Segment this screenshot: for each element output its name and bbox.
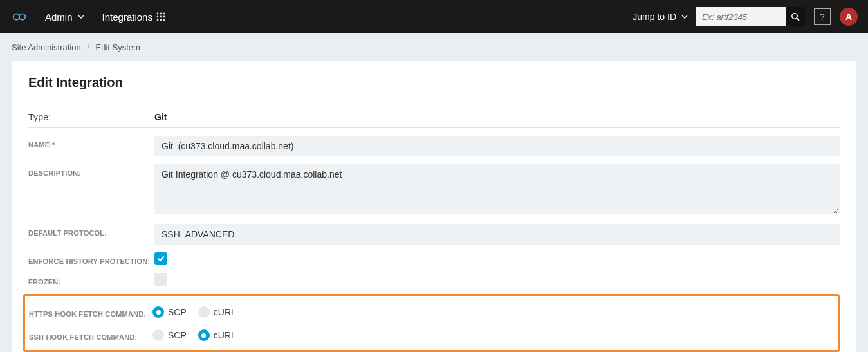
- svg-point-1: [160, 13, 162, 15]
- radio-circle-icon: [198, 306, 210, 318]
- checkbox-frozen[interactable]: [154, 273, 167, 286]
- help-icon: ?: [820, 12, 825, 22]
- row-type: Type: Git: [28, 108, 840, 128]
- svg-point-7: [160, 19, 162, 21]
- hook-commands-highlight: HTTPS HOOK FETCH COMMAND: SCP cURL SSH H…: [23, 294, 840, 352]
- label-https-hook: HTTPS HOOK FETCH COMMAND:: [29, 305, 152, 318]
- topbar: Admin Integrations Jump to ID: [0, 0, 868, 33]
- label-frozen: FROZEN:: [28, 273, 154, 286]
- row-ssh-hook: SSH HOOK FETCH COMMAND: SCP cURL: [29, 323, 834, 346]
- radio-group-https-hook: SCP cURL: [152, 305, 834, 318]
- breadcrumb: Site Administration / Edit System: [0, 33, 868, 61]
- search-icon: [791, 12, 800, 21]
- svg-point-8: [163, 19, 165, 21]
- row-https-hook: HTTPS HOOK FETCH COMMAND: SCP cURL: [29, 300, 834, 323]
- topbar-left: Admin Integrations: [10, 10, 165, 23]
- search-input[interactable]: [696, 7, 786, 26]
- avatar-initial: A: [845, 12, 852, 22]
- nav-admin-label: Admin: [45, 12, 73, 23]
- nav-admin[interactable]: Admin: [45, 12, 84, 23]
- svg-point-6: [157, 19, 159, 21]
- svg-line-10: [797, 18, 799, 21]
- search-button[interactable]: [786, 7, 805, 26]
- jump-to-id-dropdown[interactable]: Jump to ID: [625, 12, 696, 22]
- nav-integrations[interactable]: Integrations: [102, 12, 165, 23]
- label-ssh-hook: SSH HOOK FETCH COMMAND:: [29, 328, 152, 341]
- input-default-protocol[interactable]: [154, 224, 840, 245]
- row-default-protocol: DEFAULT PROTOCOL:: [28, 220, 840, 248]
- checkbox-enforce-history[interactable]: [154, 252, 167, 265]
- jump-label-text: Jump to ID: [633, 12, 676, 22]
- topbar-right: Jump to ID ? A: [625, 7, 858, 26]
- jump-to-id-group: Jump to ID: [625, 7, 805, 26]
- radio-circle-icon: [152, 329, 164, 341]
- chevron-down-icon: [681, 14, 688, 20]
- check-icon: [156, 254, 165, 263]
- radio-label-https-curl: cURL: [214, 307, 236, 317]
- svg-point-4: [160, 16, 162, 18]
- row-name: NAME:*: [28, 132, 840, 160]
- apps-grid-icon: [156, 12, 165, 21]
- breadcrumb-site-admin[interactable]: Site Administration: [12, 42, 81, 52]
- label-type: Type:: [28, 112, 154, 122]
- avatar[interactable]: A: [840, 8, 858, 26]
- radio-https-scp[interactable]: SCP: [152, 306, 187, 318]
- radio-label-ssh-curl: cURL: [214, 330, 236, 340]
- label-description: DESCRIPTION:: [28, 164, 154, 177]
- breadcrumb-separator: /: [87, 42, 89, 52]
- label-name: NAME:*: [28, 136, 154, 149]
- radio-label-https-scp: SCP: [168, 307, 187, 317]
- row-enforce-history: ENFORCE HISTORY PROTECTION:: [28, 248, 840, 269]
- svg-point-9: [792, 14, 797, 19]
- svg-point-5: [163, 16, 165, 18]
- radio-circle-icon: [198, 329, 210, 341]
- radio-ssh-curl[interactable]: cURL: [198, 329, 236, 341]
- radio-label-ssh-scp: SCP: [168, 330, 187, 340]
- chevron-down-icon: [78, 14, 84, 20]
- radio-group-ssh-hook: SCP cURL: [152, 328, 834, 341]
- edit-integration-card: Edit Integration Type: Git NAME:* DESCRI…: [12, 61, 856, 352]
- row-description: DESCRIPTION:: [28, 160, 840, 220]
- label-enforce-history: ENFORCE HISTORY PROTECTION:: [28, 252, 154, 265]
- row-frozen: FROZEN:: [28, 269, 840, 292]
- value-type: Git: [154, 112, 167, 122]
- help-button[interactable]: ?: [814, 8, 831, 25]
- textarea-description[interactable]: [154, 164, 840, 214]
- svg-point-0: [157, 13, 159, 15]
- page-title: Edit Integration: [28, 75, 840, 90]
- input-name[interactable]: [154, 136, 840, 156]
- radio-https-curl[interactable]: cURL: [198, 306, 236, 318]
- breadcrumb-edit-system: Edit System: [96, 42, 140, 52]
- svg-point-3: [157, 16, 159, 18]
- radio-ssh-scp[interactable]: SCP: [152, 329, 187, 341]
- nav-integrations-label: Integrations: [102, 12, 152, 23]
- logo-icon[interactable]: [10, 10, 27, 23]
- radio-circle-icon: [152, 306, 164, 318]
- label-default-protocol: DEFAULT PROTOCOL:: [28, 224, 154, 237]
- svg-point-2: [163, 13, 165, 15]
